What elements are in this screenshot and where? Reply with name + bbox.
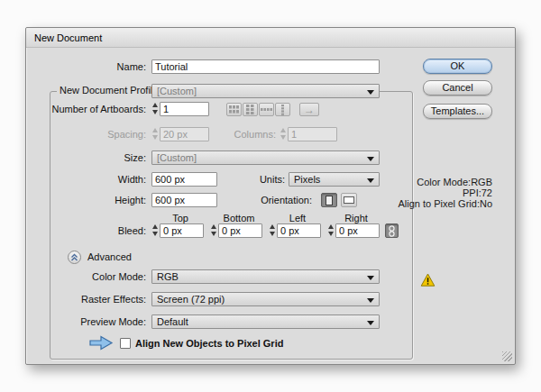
artboards-spinner[interactable] <box>151 102 160 116</box>
portrait-page-icon <box>326 196 333 205</box>
preview-mode-dropdown[interactable]: Default <box>151 315 380 329</box>
orientation-label: Orientation: <box>197 193 312 207</box>
info-align-pixel-grid: Align to Pixel Grid:No <box>387 198 492 209</box>
preview-mode-label: Preview Mode: <box>26 315 146 329</box>
color-mode-value: RGB <box>157 271 179 283</box>
size-dropdown[interactable]: [Custom] <box>151 150 380 165</box>
orientation-landscape-button[interactable] <box>341 193 357 207</box>
arrange-by-row-button[interactable] <box>259 103 274 116</box>
bleed-right-label: Right <box>327 213 385 223</box>
dialog-titlebar[interactable]: New Document <box>26 28 515 48</box>
grid-by-row-icon <box>229 105 239 114</box>
link-bleed-values-button[interactable] <box>385 223 399 238</box>
info-color-mode: Color Mode:RGB <box>387 177 492 187</box>
raster-effects-label: Raster Effects: <box>26 292 146 306</box>
bleed-bottom-input[interactable] <box>218 223 262 238</box>
profile-label: New Document Profile: <box>57 85 164 96</box>
pixel-grid-arrow-icon <box>89 334 114 351</box>
grid-by-column-icon <box>246 105 254 114</box>
size-label: Size: <box>26 150 146 165</box>
arrange-by-column-button[interactable] <box>275 103 290 116</box>
columns-spinner[interactable] <box>280 127 288 141</box>
cancel-button[interactable]: Cancel <box>423 80 492 96</box>
width-label: Width: <box>26 172 146 187</box>
right-arrow-icon: → <box>304 105 315 115</box>
artboards-input[interactable] <box>160 102 209 116</box>
spacing-label: Spacing: <box>26 127 146 141</box>
bleed-bottom-label: Bottom <box>210 213 268 223</box>
raster-effects-value: Screen (72 ppi) <box>157 294 225 305</box>
change-layout-direction-button[interactable]: → <box>299 103 319 116</box>
artboards-label: Number of Artboards: <box>26 102 146 116</box>
bleed-top-spinner[interactable] <box>151 223 160 238</box>
bleed-right-input[interactable] <box>335 223 380 238</box>
info-ppi: PPI:72 <box>387 187 492 198</box>
resize-grip[interactable] <box>502 351 512 361</box>
double-chevron-up-icon <box>70 253 78 261</box>
profile-value: [Custom] <box>157 86 197 97</box>
ok-button[interactable]: OK <box>423 59 492 74</box>
height-label: Height: <box>26 193 146 207</box>
templates-button[interactable]: Templates... <box>423 104 492 119</box>
name-label: Name: <box>26 59 146 74</box>
size-value: [Custom] <box>157 152 197 164</box>
align-pixel-grid-checkbox[interactable] <box>120 338 131 349</box>
landscape-page-icon <box>344 196 354 204</box>
preview-mode-value: Default <box>157 316 188 328</box>
grid-by-column-button[interactable] <box>243 103 258 116</box>
bleed-left-spinner[interactable] <box>269 223 277 238</box>
chevron-down-icon <box>367 157 374 161</box>
arrange-by-row-icon <box>261 107 272 112</box>
bleed-left-label: Left <box>269 213 326 223</box>
align-pixel-grid-label: Align New Objects to Pixel Grid <box>135 336 283 351</box>
columns-input[interactable] <box>288 127 337 141</box>
bleed-top-label: Top <box>151 213 209 223</box>
color-mode-label: Color Mode: <box>26 269 146 284</box>
chevron-down-icon <box>367 298 374 303</box>
orientation-portrait-button[interactable] <box>321 193 337 207</box>
chevron-down-icon <box>367 90 374 95</box>
chevron-down-icon <box>367 276 374 280</box>
units-dropdown[interactable]: Pixels <box>289 172 380 187</box>
document-info-panel: Color Mode:RGB PPI:72 Align to Pixel Gri… <box>387 177 492 209</box>
units-value: Pixels <box>294 174 320 186</box>
chevron-down-icon <box>367 321 374 325</box>
spacing-spinner[interactable] <box>151 127 160 141</box>
bleed-top-input[interactable] <box>160 223 204 238</box>
profile-dropdown[interactable]: [Custom] <box>151 84 380 98</box>
bleed-bottom-spinner[interactable] <box>210 223 218 238</box>
name-input[interactable] <box>151 59 380 74</box>
bleed-label: Bleed: <box>26 223 146 238</box>
advanced-label: Advanced <box>87 250 132 264</box>
raster-effects-dropdown[interactable]: Screen (72 ppi) <box>151 292 380 306</box>
chevron-down-icon <box>367 178 374 183</box>
collapse-advanced-button[interactable] <box>68 251 81 264</box>
new-document-dialog: New Document Name: OK Cancel Templates..… <box>25 27 516 365</box>
bleed-left-input[interactable] <box>277 223 321 238</box>
arrange-by-column-icon <box>280 105 285 115</box>
chain-link-icon <box>388 225 396 237</box>
warning-icon <box>420 273 436 287</box>
units-label: Units: <box>197 172 285 187</box>
columns-label: Columns: <box>188 127 276 141</box>
color-mode-dropdown[interactable]: RGB <box>151 269 380 284</box>
grid-by-row-button[interactable] <box>226 103 242 116</box>
bleed-right-spinner[interactable] <box>327 223 335 238</box>
dialog-title: New Document <box>34 32 102 43</box>
